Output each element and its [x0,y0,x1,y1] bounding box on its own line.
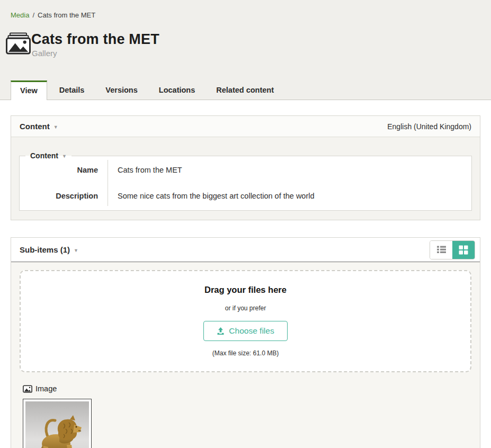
caret-down-icon[interactable]: ▼ [53,124,58,130]
caret-down-icon[interactable]: ▼ [62,154,67,159]
subitem: Image [23,384,471,448]
gallery-icon [6,32,31,55]
tab-related-content[interactable]: Related content [207,80,283,100]
list-view-button[interactable] [430,241,452,259]
field-value-description: Some nice cats from the biggest art coll… [108,180,471,206]
content-section: Content▼ English (United Kingdom) Conten… [11,115,480,220]
upload-icon [217,327,225,335]
list-view-icon [436,246,447,254]
subitem-type: Image [23,384,471,393]
tab-view[interactable]: View [11,80,47,100]
max-file-size-note: (Max file size: 61.0 MB) [21,350,470,357]
choose-files-button[interactable]: Choose files [203,321,287,341]
grid-view-button[interactable] [452,241,475,259]
grid-view-icon [459,245,468,255]
dropzone-subtitle: or if you prefer [21,304,470,312]
content-section-header: Content▼ English (United Kingdom) [11,116,480,137]
content-fields: Name Cats from the MET Description Some … [20,160,471,206]
breadcrumb-link-media[interactable]: Media [11,11,29,19]
tab-bar: View Details Versions Locations Related … [0,80,491,100]
page-title: Cats from the MET [31,31,159,47]
tab-panel-view: Content▼ English (United Kingdom) Conten… [0,100,491,448]
field-label-name: Name [20,160,108,180]
content-section-title: Content [20,122,50,131]
field-value-name: Cats from the MET [108,160,471,180]
content-fieldset-legend: Content▼ [25,151,72,160]
content-fieldset: Content▼ Name Cats from the MET Descript… [19,151,472,211]
tab-locations[interactable]: Locations [150,80,204,100]
subitem-thumbnail[interactable] [23,399,92,448]
image-icon [23,385,32,393]
language-indicator: English (United Kingdom) [387,122,471,131]
field-label-description: Description [20,180,108,206]
breadcrumb-separator: / [32,11,34,19]
subitems-section: Sub-items (1)▼ [11,237,480,448]
choose-files-label: Choose files [229,326,274,336]
lion-sculpture-image [25,401,89,448]
tab-details[interactable]: Details [50,80,94,100]
subitems-body: Drag your files here or if you prefer Ch… [11,262,480,448]
view-toggle [430,240,475,259]
breadcrumb-current: Cats from the MET [38,11,95,19]
page-header: Cats from the MET Gallery [6,31,480,58]
subitems-title: Sub-items (1) [20,245,70,254]
fieldset-legend-text: Content [30,151,58,160]
subitems-header: Sub-items (1)▼ [11,238,480,262]
dropzone-title: Drag your files here [21,285,470,295]
breadcrumb: Media/Cats from the MET [0,0,491,19]
content-section-body: Content▼ Name Cats from the MET Descript… [11,137,480,220]
tab-versions[interactable]: Versions [96,80,146,100]
caret-down-icon[interactable]: ▼ [74,248,78,253]
file-dropzone[interactable]: Drag your files here or if you prefer Ch… [20,270,471,372]
page-subtitle: Gallery [32,49,159,58]
subitem-type-label: Image [35,384,57,393]
